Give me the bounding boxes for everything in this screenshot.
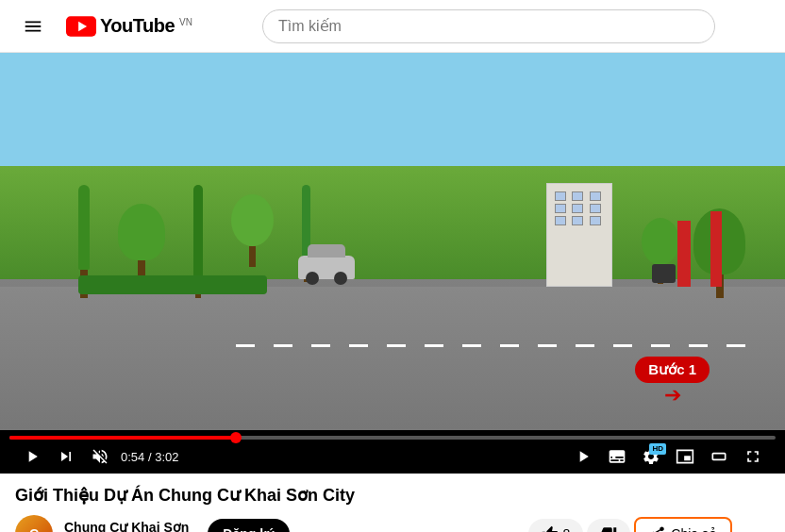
share-button[interactable]: Chia sẻ xyxy=(634,517,732,532)
buoc1-annotation: Bước 1 ➔ xyxy=(635,357,710,407)
theater-button[interactable] xyxy=(706,445,732,468)
subscribe-button[interactable]: Đăng ký xyxy=(208,519,289,532)
car-wheel-left xyxy=(306,272,319,285)
car-wheel-right xyxy=(334,272,347,285)
buoc1-arrow: ➔ xyxy=(664,383,681,407)
settings-wrap: HD xyxy=(638,445,664,468)
hedge xyxy=(78,275,267,294)
menu-button[interactable] xyxy=(15,8,51,44)
search-input[interactable] xyxy=(262,9,715,43)
actions-right: 8 Chia sẻ ⋯ xyxy=(528,517,770,532)
youtube-wordmark: YouTube xyxy=(100,15,175,37)
youtube-region-badge: VN xyxy=(179,17,192,27)
like-count: 8 xyxy=(563,526,571,532)
video-controls: 0:54 / 3:02 HD xyxy=(0,430,785,474)
more-button[interactable]: ⋯ xyxy=(736,517,770,532)
youtube-logo-icon xyxy=(66,16,96,37)
next-button[interactable] xyxy=(53,445,79,468)
search-bar xyxy=(262,9,715,43)
road-markings xyxy=(236,344,746,347)
fullscreen-button[interactable] xyxy=(740,445,766,468)
channel-name: Chung Cư Khai Sơn xyxy=(64,520,189,532)
hd-badge: HD xyxy=(649,443,666,455)
share-label: Chia sẻ xyxy=(671,526,717,532)
controls-bar: 0:54 / 3:02 HD xyxy=(9,441,776,474)
play-next-ctrl[interactable] xyxy=(570,445,596,468)
building-bg xyxy=(546,183,612,287)
miniplayer-button[interactable] xyxy=(672,445,698,468)
like-button[interactable]: 8 xyxy=(528,519,584,532)
channel-row: C Chung Cư Khai Sơn 9 người đăng ký Đăng… xyxy=(15,515,770,532)
mute-button[interactable] xyxy=(87,445,113,468)
play-button[interactable] xyxy=(19,445,45,468)
buoc1-label: Bước 1 xyxy=(635,357,710,383)
progress-fill xyxy=(9,436,237,440)
progress-track[interactable] xyxy=(9,436,776,440)
channel-avatar[interactable]: C xyxy=(15,515,53,532)
subtitles-button[interactable] xyxy=(604,445,630,468)
channel-info: Chung Cư Khai Sơn 9 người đăng ký xyxy=(64,520,189,532)
red-pillar-2 xyxy=(710,211,722,287)
dislike-button[interactable] xyxy=(587,519,630,532)
time-display: 0:54 / 3:02 xyxy=(121,450,178,464)
video-info: Giới Thiệu Dự Án Chung Cư Khai Sơn City … xyxy=(0,474,785,532)
video-title: Giới Thiệu Dự Án Chung Cư Khai Sơn City xyxy=(15,485,770,506)
header: YouTube VN xyxy=(0,0,785,53)
red-pillar-1 xyxy=(677,221,691,287)
avatar-inner: C xyxy=(15,515,53,532)
trees-right xyxy=(642,218,745,298)
motorbike xyxy=(652,264,676,283)
video-container: 0:54 / 3:02 HD xyxy=(0,53,785,474)
progress-bar-area[interactable] xyxy=(9,430,776,441)
youtube-logo[interactable]: YouTube VN xyxy=(66,15,192,37)
